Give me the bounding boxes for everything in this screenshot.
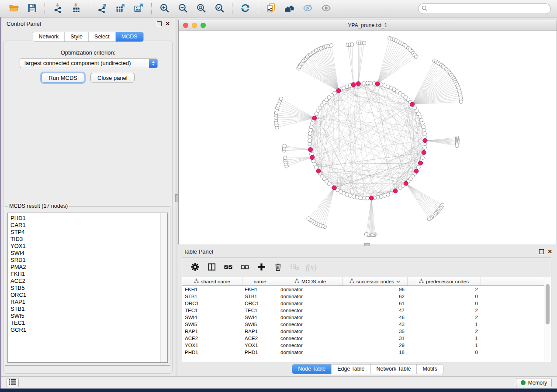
cell-shared-name[interactable]: SWI5 xyxy=(182,321,242,328)
network-node[interactable] xyxy=(333,91,337,95)
column-header-successor-nodes[interactable]: successor nodes xyxy=(343,277,407,286)
cell-successor-nodes[interactable]: 31 xyxy=(343,335,407,342)
cell-successor-nodes[interactable]: 46 xyxy=(343,314,407,321)
network-node[interactable] xyxy=(307,217,310,220)
dominator-node[interactable] xyxy=(410,102,415,107)
cell-successor-nodes[interactable]: 96 xyxy=(343,286,407,293)
tab-node-table[interactable]: Node Table xyxy=(292,364,331,374)
network-node[interactable] xyxy=(423,146,427,150)
cell-mcds-role[interactable]: connector xyxy=(278,342,343,349)
network-node[interactable] xyxy=(423,132,427,136)
dominator-node[interactable] xyxy=(308,148,313,152)
cell-name[interactable]: PHD1 xyxy=(242,349,278,356)
dominator-node[interactable] xyxy=(393,189,398,193)
show-all-columns-button[interactable] xyxy=(221,261,235,274)
zoom-in-button[interactable] xyxy=(157,2,171,16)
cell-predecessor-nodes[interactable]: 1 xyxy=(407,321,481,328)
cell-successor-nodes[interactable]: 35 xyxy=(343,328,407,335)
network-node[interactable] xyxy=(455,144,459,147)
hide-selected-button[interactable] xyxy=(301,2,315,16)
cell-shared-name[interactable]: ORC1 xyxy=(182,300,242,307)
cell-mcds-role[interactable]: connector xyxy=(278,307,343,314)
cell-mcds-role[interactable]: dominator xyxy=(278,328,343,335)
table-scrollbar[interactable] xyxy=(544,277,551,362)
network-node[interactable] xyxy=(422,128,426,132)
cell-mcds-role[interactable]: dominator xyxy=(278,349,343,356)
mcds-result-item[interactable]: SWI5 xyxy=(8,313,160,320)
network-node[interactable] xyxy=(329,44,333,47)
network-node[interactable] xyxy=(427,217,431,220)
cell-name[interactable]: SWI5 xyxy=(242,321,278,328)
hide-all-columns-button[interactable] xyxy=(238,261,251,274)
network-node[interactable] xyxy=(362,81,366,85)
cell-predecessor-nodes[interactable]: 2 xyxy=(407,307,481,314)
tab-style[interactable]: Style xyxy=(64,32,88,41)
mcds-result-item[interactable]: TEC1 xyxy=(8,320,160,327)
close-panel-button[interactable]: Close panel xyxy=(90,73,135,83)
mcds-result-item[interactable]: FKH1 xyxy=(8,271,160,278)
network-node[interactable] xyxy=(362,196,366,200)
cell-successor-nodes[interactable]: 62 xyxy=(343,293,407,300)
table-row[interactable]: PHD1PHD1dominator180 xyxy=(182,349,544,356)
network-node[interactable] xyxy=(284,156,287,160)
cell-name[interactable]: FKH1 xyxy=(242,286,278,293)
network-node[interactable] xyxy=(308,139,312,143)
mcds-result-item[interactable]: CAR1 xyxy=(8,222,160,229)
network-node[interactable] xyxy=(459,100,463,103)
cell-name[interactable]: ORC1 xyxy=(242,300,278,307)
dominator-node[interactable] xyxy=(404,181,408,186)
network-node[interactable] xyxy=(364,233,368,236)
column-header-MCDS-role[interactable]: MCDS role xyxy=(278,277,343,286)
network-node[interactable] xyxy=(366,81,370,85)
optimization-select[interactable]: largest connected component (undirected) xyxy=(20,58,158,68)
table-row[interactable]: FKH1FKH1dominator962 xyxy=(182,286,544,293)
export-table-button[interactable] xyxy=(113,2,127,16)
mcds-result-item[interactable]: YOX1 xyxy=(8,243,160,250)
import-network-button[interactable] xyxy=(51,2,65,16)
list-scrollbar[interactable] xyxy=(160,213,167,362)
column-header-predecessor-nodes[interactable]: predecessor nodes xyxy=(407,277,481,286)
column-header-shared-name[interactable]: shared name xyxy=(182,277,242,286)
cell-shared-name[interactable]: STB1 xyxy=(182,293,242,300)
cell-predecessor-nodes[interactable]: 0 xyxy=(407,300,481,307)
dominator-node[interactable] xyxy=(310,155,315,160)
task-history-button[interactable] xyxy=(7,378,19,387)
vertical-splitter[interactable] xyxy=(175,18,178,376)
add-column-button[interactable] xyxy=(255,261,268,274)
mcds-result-item[interactable]: ORC1 xyxy=(8,292,160,299)
cell-predecessor-nodes[interactable]: 1 xyxy=(407,335,481,342)
export-network-button[interactable] xyxy=(95,2,109,16)
network-node[interactable] xyxy=(308,132,312,136)
cell-mcds-role[interactable]: dominator xyxy=(278,300,343,307)
open-session-button[interactable] xyxy=(7,2,21,16)
network-node[interactable] xyxy=(376,196,380,199)
network-node[interactable] xyxy=(279,97,283,100)
dominator-node[interactable] xyxy=(423,138,427,143)
zoom-out-button[interactable] xyxy=(176,2,190,16)
mcds-result-item[interactable]: TID3 xyxy=(8,236,160,243)
tab-select[interactable]: Select xyxy=(88,32,115,41)
network-node[interactable] xyxy=(417,165,421,169)
cell-predecessor-nodes[interactable]: 2 xyxy=(407,328,481,335)
export-image-button[interactable] xyxy=(131,2,145,16)
cell-name[interactable]: STB1 xyxy=(242,293,278,300)
zoom-fit-button[interactable] xyxy=(194,2,208,16)
cell-successor-nodes[interactable]: 29 xyxy=(343,342,407,349)
cell-shared-name[interactable]: RAP1 xyxy=(182,328,242,335)
cell-predecessor-nodes[interactable]: 2 xyxy=(407,314,481,321)
cell-name[interactable]: RAP1 xyxy=(242,328,278,335)
mcds-result-item[interactable]: STB5 xyxy=(8,285,160,292)
tab-network-table[interactable]: Network Table xyxy=(370,364,417,374)
delete-columns-button[interactable] xyxy=(271,261,284,274)
network-node[interactable] xyxy=(398,186,402,190)
network-node[interactable] xyxy=(350,43,354,46)
close-panel-icon[interactable]: × xyxy=(166,21,170,26)
network-node[interactable] xyxy=(379,195,383,199)
cell-shared-name[interactable]: ACE2 xyxy=(182,335,242,342)
mcds-result-item[interactable]: ACE2 xyxy=(8,278,160,285)
cell-successor-nodes[interactable]: 47 xyxy=(343,307,407,314)
dominator-node[interactable] xyxy=(414,169,419,173)
mcds-result-listbox[interactable]: PHD1CAR1STP4TID3YOX1SWI4SRD1PMA2FKH1ACE2… xyxy=(7,213,168,363)
cell-predecessor-nodes[interactable]: 2 xyxy=(407,286,481,293)
dominator-node[interactable] xyxy=(375,82,380,86)
